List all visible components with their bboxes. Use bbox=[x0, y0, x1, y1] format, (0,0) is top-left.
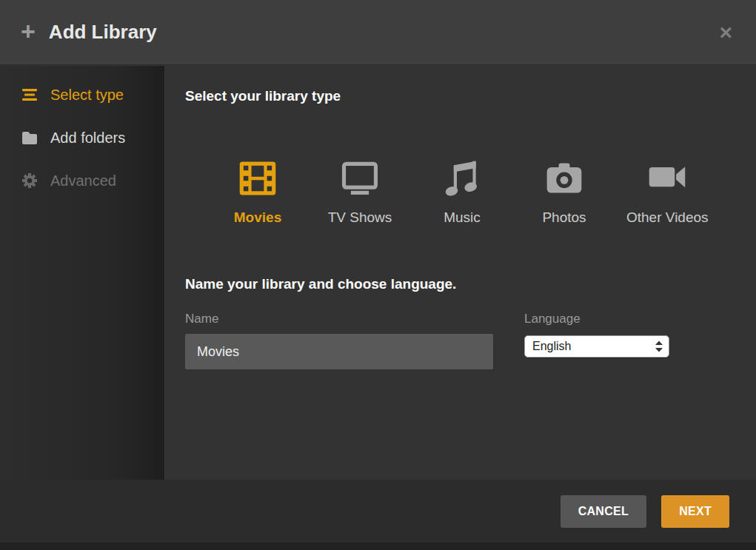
dialog-footer: CANCEL NEXT bbox=[0, 480, 756, 550]
library-type-label: Movies bbox=[218, 209, 298, 226]
next-button[interactable]: NEXT bbox=[661, 495, 729, 528]
language-label: Language bbox=[524, 312, 672, 326]
list-lines-icon bbox=[19, 85, 40, 104]
library-type-label: Music bbox=[422, 209, 502, 226]
name-field-group: Name bbox=[185, 312, 493, 369]
plus-icon: + bbox=[21, 19, 36, 44]
library-name-input[interactable] bbox=[185, 334, 493, 369]
language-selected-value: English bbox=[532, 340, 571, 353]
sidebar-item-select-type[interactable]: Select type bbox=[0, 73, 164, 116]
gear-icon bbox=[19, 171, 40, 190]
cancel-button[interactable]: CANCEL bbox=[561, 495, 646, 528]
add-library-dialog: + Add Library × Select type Add folders bbox=[0, 0, 756, 550]
dialog-title: Add Library bbox=[49, 21, 157, 44]
language-select[interactable]: English bbox=[524, 335, 669, 358]
folder-icon bbox=[19, 128, 40, 147]
library-type-other-videos[interactable]: Other Videos bbox=[626, 152, 709, 226]
library-type-row: Movies TV Shows bbox=[218, 152, 756, 226]
select-type-heading: Select your library type bbox=[185, 88, 756, 104]
close-icon[interactable]: × bbox=[716, 19, 735, 47]
library-type-photos[interactable]: Photos bbox=[524, 152, 604, 226]
language-field-group: Language English bbox=[524, 312, 672, 369]
library-type-label: Photos bbox=[524, 209, 604, 226]
camera-icon bbox=[524, 152, 604, 199]
sidebar-item-advanced[interactable]: Advanced bbox=[0, 159, 164, 202]
library-type-tv-shows[interactable]: TV Shows bbox=[320, 152, 400, 226]
film-icon bbox=[218, 152, 298, 199]
fields-row: Name Language English bbox=[185, 312, 756, 369]
name-label: Name bbox=[185, 312, 493, 326]
tv-icon bbox=[320, 152, 400, 199]
dialog-main: Select your library type Movies TV S bbox=[164, 66, 756, 480]
sidebar-item-label: Advanced bbox=[50, 172, 116, 190]
library-type-music[interactable]: Music bbox=[422, 152, 502, 226]
sidebar-item-add-folders[interactable]: Add folders bbox=[0, 116, 164, 159]
select-stepper-icon bbox=[654, 340, 664, 353]
sidebar-item-label: Select type bbox=[50, 87, 124, 104]
library-type-label: TV Shows bbox=[320, 209, 400, 226]
name-language-heading: Name your library and choose language. bbox=[185, 276, 756, 292]
library-type-movies[interactable]: Movies bbox=[218, 152, 298, 226]
library-type-label: Other Videos bbox=[626, 209, 709, 226]
video-camera-icon bbox=[626, 152, 709, 199]
dialog-header: + Add Library × bbox=[0, 0, 756, 65]
dialog-sidebar: Select type Add folders bbox=[0, 66, 164, 480]
music-note-icon bbox=[422, 152, 502, 199]
sidebar-item-label: Add folders bbox=[50, 130, 125, 147]
